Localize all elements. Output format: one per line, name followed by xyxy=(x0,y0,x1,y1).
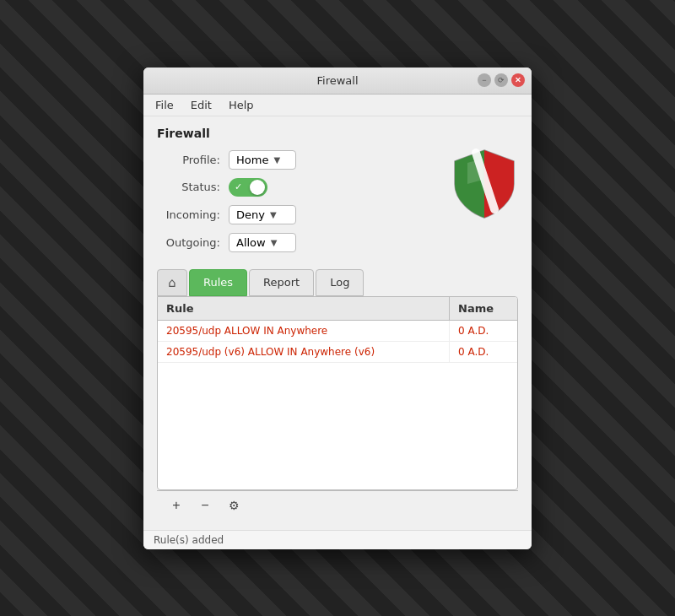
form-area: Profile: Home ▼ Status: ✓ xyxy=(157,150,518,261)
incoming-row: Incoming: Deny ▼ xyxy=(157,205,434,224)
outgoing-dropdown[interactable]: Allow ▼ xyxy=(229,233,296,252)
table-row[interactable]: 20595/udp ALLOW IN Anywhere 0 A.D. xyxy=(158,321,517,342)
status-message: Rule(s) added xyxy=(154,534,224,546)
table-row[interactable]: 20595/udp (v6) ALLOW IN Anywhere (v6) 0 … xyxy=(158,342,517,363)
incoming-dropdown[interactable]: Deny ▼ xyxy=(229,205,296,224)
shield-container xyxy=(451,146,518,224)
close-button[interactable]: ✕ xyxy=(511,73,525,87)
status-row: Status: ✓ xyxy=(157,178,434,197)
section-title: Firewall xyxy=(157,127,518,140)
titlebar-buttons: − ⟳ ✕ xyxy=(478,73,525,87)
status-label: Status: xyxy=(157,181,229,193)
menubar: File Edit Help xyxy=(143,95,532,116)
outgoing-arrow-icon: ▼ xyxy=(271,238,278,247)
outgoing-row: Outgoing: Allow ▼ xyxy=(157,233,434,252)
rule-cell-0: 20595/udp ALLOW IN Anywhere xyxy=(158,321,450,341)
toggle-check-icon: ✓ xyxy=(235,181,242,192)
col-rule-header: Rule xyxy=(158,297,450,320)
status-toggle[interactable]: ✓ xyxy=(229,178,267,197)
profile-dropdown[interactable]: Home ▼ xyxy=(229,150,296,170)
menu-edit[interactable]: Edit xyxy=(186,96,217,114)
main-content: Firewall Profile: Home ▼ Status: ✓ xyxy=(143,116,532,530)
minimize-button[interactable]: − xyxy=(478,73,491,87)
menu-help[interactable]: Help xyxy=(224,96,259,114)
outgoing-value: Allow xyxy=(236,236,266,249)
toggle-knob xyxy=(250,180,265,195)
incoming-label: Incoming: xyxy=(157,208,229,221)
rule-cell-1: 20595/udp (v6) ALLOW IN Anywhere (v6) xyxy=(158,342,450,362)
outgoing-label: Outgoing: xyxy=(157,236,229,249)
rules-table: Rule Name 20595/udp ALLOW IN Anywhere 0 … xyxy=(157,296,518,490)
table-body: 20595/udp ALLOW IN Anywhere 0 A.D. 20595… xyxy=(158,321,517,489)
name-cell-1: 0 A.D. xyxy=(450,342,517,362)
profile-label: Profile: xyxy=(157,154,229,166)
firewall-window: Firewall − ⟳ ✕ File Edit Help Firewall P… xyxy=(143,68,532,549)
tabs-bar: ⌂ Rules Report Log xyxy=(157,269,518,296)
tab-home[interactable]: ⌂ xyxy=(157,269,187,296)
tab-report[interactable]: Report xyxy=(249,269,314,296)
profile-arrow-icon: ▼ xyxy=(273,155,280,165)
incoming-arrow-icon: ▼ xyxy=(270,210,277,219)
add-rule-button[interactable]: + xyxy=(167,496,186,515)
status-toggle-container: ✓ xyxy=(229,178,267,197)
tab-rules[interactable]: Rules xyxy=(189,269,247,296)
name-cell-0: 0 A.D. xyxy=(450,321,517,341)
table-header: Rule Name xyxy=(158,297,517,321)
col-name-header: Name xyxy=(450,297,517,320)
status-bar: Rule(s) added xyxy=(143,530,532,549)
shield-icon xyxy=(451,146,518,222)
remove-rule-button[interactable]: − xyxy=(196,496,214,515)
table-toolbar: + − ⚙ xyxy=(157,490,518,520)
form-fields: Profile: Home ▼ Status: ✓ xyxy=(157,150,434,261)
restore-button[interactable]: ⟳ xyxy=(494,73,508,87)
titlebar: Firewall − ⟳ ✕ xyxy=(143,68,532,95)
settings-button[interactable]: ⚙ xyxy=(224,496,243,515)
tab-log[interactable]: Log xyxy=(316,269,364,296)
menu-file[interactable]: File xyxy=(150,96,179,114)
window-title: Firewall xyxy=(316,74,358,87)
profile-row: Profile: Home ▼ xyxy=(157,150,434,170)
incoming-value: Deny xyxy=(236,208,265,221)
profile-value: Home xyxy=(236,154,268,166)
